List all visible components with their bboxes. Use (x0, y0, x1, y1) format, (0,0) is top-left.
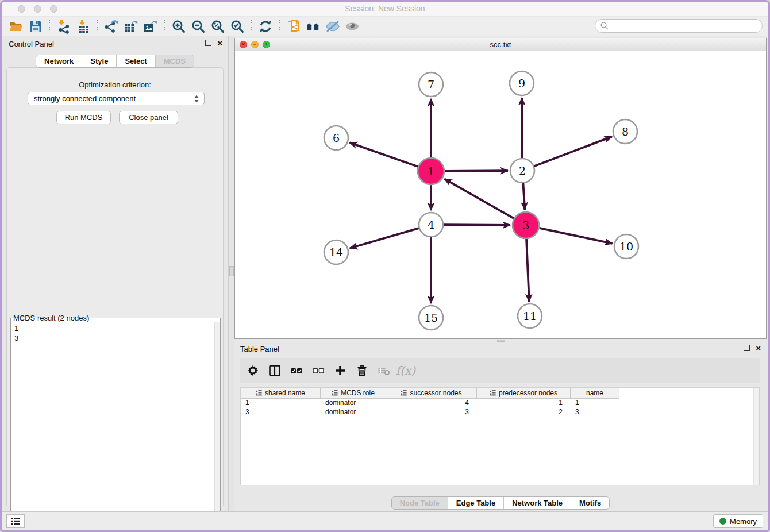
memory-button[interactable]: Memory (713, 514, 763, 528)
svg-text:2: 2 (519, 164, 526, 177)
column-header-shared-name[interactable]: shared name (241, 388, 321, 399)
zoom-in-button[interactable] (169, 18, 188, 35)
tab-style[interactable]: Style (82, 55, 116, 67)
svg-text:9: 9 (518, 77, 525, 90)
split-view-button[interactable] (267, 363, 283, 379)
table-row[interactable]: 3dominator323 (241, 408, 759, 417)
table-cell[interactable]: 1 (477, 399, 571, 408)
edge-1-2[interactable] (445, 171, 508, 171)
node-14[interactable]: 14 (324, 240, 348, 264)
mcds-result-scrollbar[interactable] (214, 322, 220, 529)
select-all-button[interactable] (288, 363, 305, 379)
table-cell[interactable]: 1 (241, 399, 321, 408)
tab-network-table[interactable]: Network Table (503, 497, 571, 509)
network-canvas[interactable]: 7968124314101511 (235, 51, 766, 338)
zoom-selected-button[interactable] (228, 18, 247, 35)
close-panel-icon[interactable]: × (217, 40, 222, 46)
edge-3-11[interactable] (526, 239, 529, 302)
node-6[interactable]: 6 (324, 126, 348, 150)
export-network-button[interactable] (102, 18, 121, 35)
column-header-MCDS-role[interactable]: MCDS role (321, 388, 386, 399)
save-session-icon (28, 19, 43, 34)
node-2[interactable]: 2 (510, 159, 534, 183)
tab-mcds[interactable]: MCDS (155, 55, 194, 67)
save-session-button[interactable] (26, 18, 45, 35)
node-15[interactable]: 15 (419, 306, 443, 330)
settings-button[interactable] (245, 363, 261, 379)
svg-text:10: 10 (619, 240, 633, 253)
network-view-window: × − + scc.txt 7968124314101511 (234, 38, 767, 339)
zoom-out-button[interactable] (188, 18, 208, 35)
table-row[interactable]: 1dominator411 (241, 399, 759, 408)
column-label: shared name (265, 389, 305, 397)
edge-1-6[interactable] (350, 142, 418, 167)
close-panel-button[interactable]: Close panel (119, 111, 178, 124)
import-table-button[interactable] (74, 18, 93, 35)
delete-column-button[interactable] (354, 363, 370, 379)
node-4[interactable]: 4 (419, 213, 443, 237)
node-9[interactable]: 9 (510, 71, 534, 95)
svg-text:7: 7 (428, 78, 434, 91)
splitter-handle[interactable] (229, 266, 234, 276)
network-graph[interactable]: 7968124314101511 (235, 51, 766, 338)
edge-4-3[interactable] (444, 225, 510, 225)
column-header-name[interactable]: name (571, 388, 619, 399)
export-table-button[interactable] (121, 18, 141, 35)
search-input[interactable] (611, 22, 757, 30)
zoom-fit-button[interactable] (208, 18, 228, 35)
optimization-criterion-select[interactable]: strongly connected component (28, 92, 205, 105)
home-button[interactable] (303, 18, 323, 35)
table-cell[interactable]: 4 (386, 399, 477, 408)
hide-visibility-button[interactable] (323, 18, 342, 35)
table-scrollbar[interactable] (753, 388, 759, 485)
table-cell[interactable]: dominator (321, 399, 386, 408)
table-cell[interactable]: 3 (386, 408, 477, 417)
edge-3-10[interactable] (539, 228, 612, 244)
column-header-successor-nodes[interactable]: successor nodes (386, 388, 477, 399)
column-edit-icon (490, 390, 496, 396)
tab-network[interactable]: Network (36, 55, 82, 67)
import-network-button[interactable] (54, 18, 74, 35)
network-window-titlebar[interactable]: × − + scc.txt (235, 38, 766, 51)
main-toolbar (2, 17, 768, 36)
node-7[interactable]: 7 (419, 72, 443, 97)
edge-2-3[interactable] (523, 183, 525, 210)
tab-motifs[interactable]: Motifs (571, 497, 609, 509)
close-table-panel-icon[interactable]: × (756, 345, 761, 351)
table-cell[interactable]: 3 (241, 408, 321, 417)
add-column-button[interactable] (332, 363, 348, 379)
delete-column-icon (356, 364, 368, 377)
table-cell[interactable]: 2 (477, 408, 571, 417)
table-cell[interactable]: 1 (571, 399, 619, 408)
node-10[interactable]: 10 (614, 234, 638, 259)
edge-2-9[interactable] (522, 98, 522, 158)
export-image-button[interactable] (141, 18, 160, 35)
open-file-button[interactable] (6, 18, 26, 35)
edge-4-14[interactable] (350, 228, 419, 248)
node-11[interactable]: 11 (518, 304, 542, 328)
float-panel-icon[interactable] (205, 40, 211, 46)
task-history-button[interactable] (6, 514, 25, 528)
vertical-splitter[interactable] (228, 36, 234, 512)
table-cell[interactable]: 3 (571, 408, 619, 417)
tab-node-table[interactable]: Node Table (392, 497, 448, 509)
show-visibility-button[interactable] (342, 18, 362, 35)
column-header-predecessor-nodes[interactable]: predecessor nodes (477, 388, 571, 399)
table-tabs: Node TableEdge TableNetwork TableMotifs (391, 496, 610, 510)
deselect-all-button[interactable] (310, 363, 326, 379)
float-table-panel-icon[interactable] (744, 345, 750, 351)
edge-2-8[interactable] (534, 137, 612, 166)
share-document-button[interactable] (284, 18, 303, 35)
application-window: Session: New Session Control Panel × Net… (0, 0, 770, 532)
tab-edge-table[interactable]: Edge Table (448, 497, 503, 509)
node-1[interactable]: 1 (418, 158, 444, 184)
node-8[interactable]: 8 (613, 119, 637, 144)
search-box[interactable] (595, 19, 763, 33)
run-mcds-button[interactable]: Run MCDS (56, 111, 111, 124)
edge-3-1[interactable] (444, 179, 514, 218)
tab-select[interactable]: Select (116, 55, 155, 67)
table-cell[interactable]: dominator (321, 408, 386, 417)
refresh-button[interactable] (256, 18, 275, 35)
node-3[interactable]: 3 (513, 212, 539, 238)
node-table: shared nameMCDS rolesuccessor nodesprede… (240, 387, 760, 485)
